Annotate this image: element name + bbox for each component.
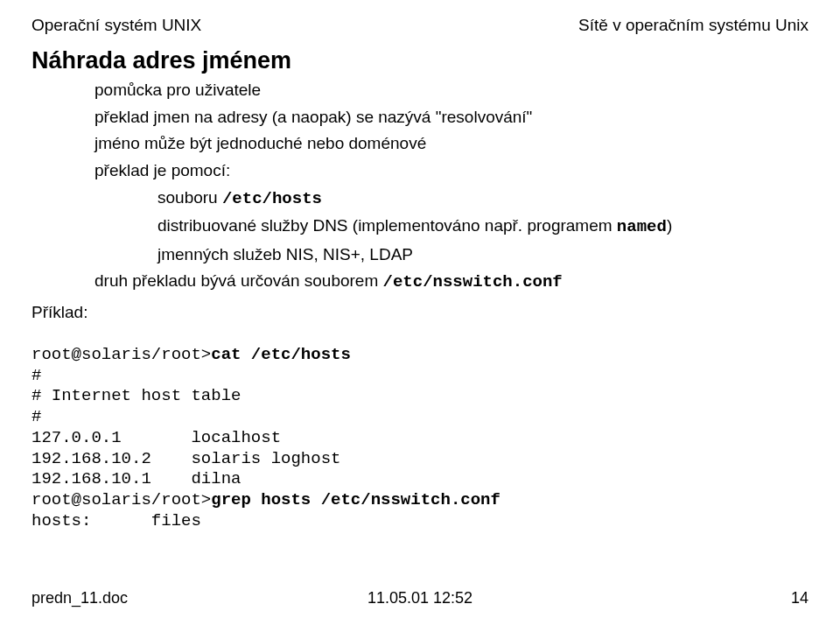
bullet-5-text: druh překladu bývá určován souborem [94,271,383,290]
footer-center: 11.05.01 12:52 [32,589,808,607]
cmd-1: cat /etc/hosts [211,345,351,364]
code-l9: hosts: files [32,511,201,530]
page-title: Náhrada adres jménem [32,47,808,74]
bullet-4: překlad je pomocí: [94,159,808,182]
example-label: Příklad: [32,303,808,322]
code-block: root@solaris/root>cat /etc/hosts # # Int… [32,324,808,532]
sub-2-code: named [617,217,667,236]
code-l6: 192.168.10.2 solaris loghost [32,449,340,468]
header-left: Operační systém UNIX [32,16,201,35]
sub-2-close: ) [667,216,672,235]
header-right: Sítě v operačním systému Unix [578,16,808,35]
code-l2: # [32,366,41,385]
sub-1-text: souboru [158,188,222,207]
bullet-3: jméno může být jednoduché nebo doménové [94,132,808,155]
cmd-2: grep hosts /etc/nsswitch.conf [211,490,500,509]
bullet-1: pomůcka pro uživatele [94,79,808,102]
bullet-5: druh překladu bývá určován souborem /etc… [94,270,808,294]
bullet-2: překlad jmen na adresy (a naopak) se naz… [94,106,808,129]
page-header: Operační systém UNIX Sítě v operačním sy… [32,16,808,35]
sub-3: jmenných služeb NIS, NIS+, LDAP [158,243,808,266]
prompt-2: root@solaris/root> [32,490,211,509]
code-l4: # [32,407,41,426]
sub-2: distribuované služby DNS (implementováno… [158,214,808,239]
sub-1: souboru /etc/hosts [158,186,808,211]
code-l7: 192.168.10.1 dilna [32,469,241,488]
code-l3: # Internet host table [32,386,241,405]
page-footer: predn_11.doc 11.05.01 12:52 14 [32,589,808,607]
sub-2-text: distribuované služby DNS (implementováno… [158,216,617,235]
bullet-5-code: /etc/nsswitch.conf [383,272,563,291]
prompt-1: root@solaris/root> [32,345,211,364]
code-l5: 127.0.0.1 localhost [32,428,281,447]
sub-1-code: /etc/hosts [222,189,322,208]
